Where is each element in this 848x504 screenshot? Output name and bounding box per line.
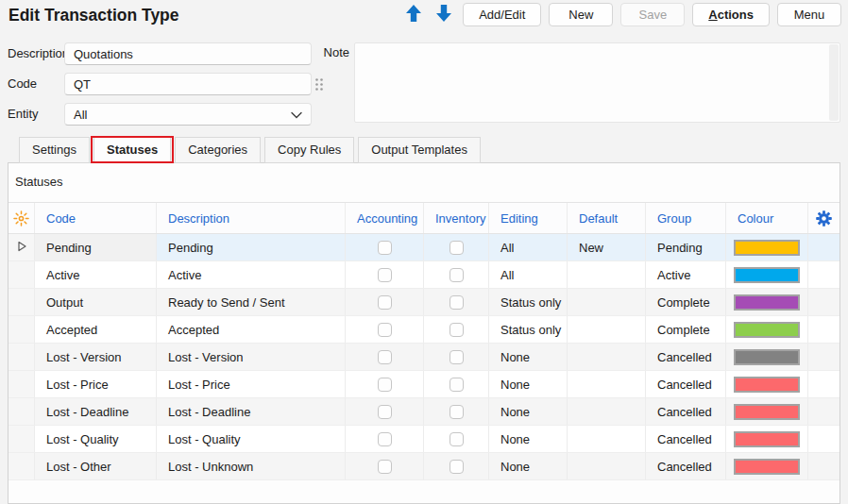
entity-select[interactable]: All	[64, 103, 312, 126]
cell-code[interactable]: Lost - Quality	[35, 426, 157, 452]
inventory-checkbox[interactable]	[449, 350, 464, 364]
cell-colour[interactable]	[726, 344, 808, 370]
color-swatch[interactable]	[734, 431, 800, 447]
cell-default[interactable]	[568, 398, 646, 425]
cell-colour[interactable]	[726, 289, 808, 315]
cell-default[interactable]: New	[568, 234, 646, 260]
cell-inventory[interactable]	[424, 316, 489, 343]
note-textarea[interactable]	[354, 42, 840, 123]
cell-accounting[interactable]	[346, 261, 424, 288]
cell-colour[interactable]	[726, 234, 808, 260]
row-indicator[interactable]	[8, 344, 35, 370]
cell-colour[interactable]	[726, 371, 808, 397]
table-row[interactable]: ActiveActiveAllActive	[8, 261, 840, 289]
inventory-checkbox[interactable]	[449, 268, 464, 282]
cell-inventory[interactable]	[424, 234, 489, 260]
cell-group[interactable]: Complete	[646, 289, 726, 315]
cell-description[interactable]: Ready to Send / Sent	[157, 289, 346, 315]
cell-accounting[interactable]	[346, 344, 424, 370]
inventory-checkbox[interactable]	[449, 295, 464, 310]
column-header-inventory[interactable]: Inventory	[424, 203, 489, 233]
add-edit-button[interactable]: Add/Edit	[463, 3, 541, 26]
color-swatch[interactable]	[734, 322, 800, 338]
move-down-button[interactable]	[432, 4, 455, 26]
cell-description[interactable]: Lost - Unknown	[157, 453, 346, 479]
cell-colour[interactable]	[726, 398, 808, 425]
accounting-checkbox[interactable]	[378, 405, 392, 419]
table-row[interactable]: Lost - DeadlineLost - DeadlineNoneCancel…	[8, 398, 840, 426]
cell-inventory[interactable]	[424, 261, 489, 288]
cell-accounting[interactable]	[346, 426, 424, 452]
tab-output-templates[interactable]: Output Templates	[358, 137, 481, 163]
row-indicator[interactable]	[8, 453, 35, 479]
cell-editing[interactable]: None	[489, 344, 568, 370]
menu-button[interactable]: Menu	[777, 3, 841, 26]
tab-settings[interactable]: Settings	[19, 137, 90, 163]
table-row[interactable]: OutputReady to Send / SentStatus onlyCom…	[8, 289, 840, 316]
save-button[interactable]: Save	[620, 3, 685, 26]
cell-accounting[interactable]	[346, 371, 424, 397]
row-indicator[interactable]	[8, 371, 35, 397]
accounting-checkbox[interactable]	[378, 378, 392, 392]
cell-description[interactable]: Lost - Quality	[157, 426, 346, 452]
cell-description[interactable]: Lost - Price	[157, 371, 346, 397]
cell-editing[interactable]: None	[489, 398, 568, 425]
cell-group[interactable]: Cancelled	[646, 426, 726, 452]
column-header-accounting[interactable]: Accounting	[346, 203, 424, 233]
sun-icon[interactable]	[8, 203, 35, 233]
accounting-checkbox[interactable]	[378, 350, 392, 364]
column-header-default[interactable]: Default	[568, 203, 646, 233]
cell-inventory[interactable]	[424, 289, 489, 315]
cell-default[interactable]	[568, 344, 646, 370]
cell-default[interactable]	[568, 371, 646, 397]
color-swatch[interactable]	[734, 240, 800, 256]
accounting-checkbox[interactable]	[378, 241, 392, 255]
cell-code[interactable]: Active	[35, 261, 157, 288]
accounting-checkbox[interactable]	[378, 460, 392, 474]
cell-accounting[interactable]	[346, 234, 424, 260]
accounting-checkbox[interactable]	[378, 268, 392, 282]
color-swatch[interactable]	[734, 267, 800, 283]
table-row[interactable]: PendingPendingAllNewPending	[8, 234, 840, 261]
cell-colour[interactable]	[726, 316, 808, 343]
cell-description[interactable]: Lost - Deadline	[157, 398, 346, 425]
cell-description[interactable]: Lost - Version	[157, 344, 346, 370]
cell-editing[interactable]: None	[489, 453, 568, 479]
cell-default[interactable]	[568, 261, 646, 288]
inventory-checkbox[interactable]	[449, 241, 464, 255]
cell-editing[interactable]: None	[489, 426, 568, 452]
cell-colour[interactable]	[726, 426, 808, 452]
tab-categories[interactable]: Categories	[175, 137, 261, 163]
cell-description[interactable]: Active	[157, 261, 346, 288]
tab-statuses[interactable]: Statuses	[93, 137, 171, 163]
column-header-colour[interactable]: Colour	[726, 203, 808, 233]
table-row[interactable]: AcceptedAcceptedStatus onlyComplete	[8, 316, 840, 344]
cell-default[interactable]	[568, 316, 646, 343]
cell-editing[interactable]: All	[489, 261, 568, 288]
new-button[interactable]: New	[549, 3, 613, 26]
cell-code[interactable]: Pending	[35, 234, 157, 260]
row-indicator[interactable]	[8, 234, 35, 260]
cell-description[interactable]: Pending	[157, 234, 346, 260]
cell-group[interactable]: Active	[646, 261, 726, 288]
column-header-code[interactable]: Code	[35, 203, 157, 233]
cell-default[interactable]	[568, 453, 646, 479]
cell-inventory[interactable]	[424, 344, 489, 370]
tab-copy-rules[interactable]: Copy Rules	[264, 137, 354, 163]
row-indicator[interactable]	[8, 261, 35, 288]
table-row[interactable]: Lost - VersionLost - VersionNoneCancelle…	[8, 344, 840, 371]
row-indicator[interactable]	[8, 289, 35, 315]
cell-default[interactable]	[568, 426, 646, 452]
cell-inventory[interactable]	[424, 398, 489, 425]
inventory-checkbox[interactable]	[449, 405, 464, 419]
cell-group[interactable]: Cancelled	[646, 344, 726, 370]
inventory-checkbox[interactable]	[449, 323, 464, 337]
cell-group[interactable]: Pending	[646, 234, 726, 260]
accounting-checkbox[interactable]	[378, 295, 392, 310]
color-swatch[interactable]	[734, 349, 800, 365]
cell-code[interactable]: Lost - Version	[35, 344, 157, 370]
color-swatch[interactable]	[734, 294, 800, 311]
cell-group[interactable]: Complete	[646, 316, 726, 343]
cell-accounting[interactable]	[346, 453, 424, 479]
cell-code[interactable]: Accepted	[35, 316, 157, 343]
